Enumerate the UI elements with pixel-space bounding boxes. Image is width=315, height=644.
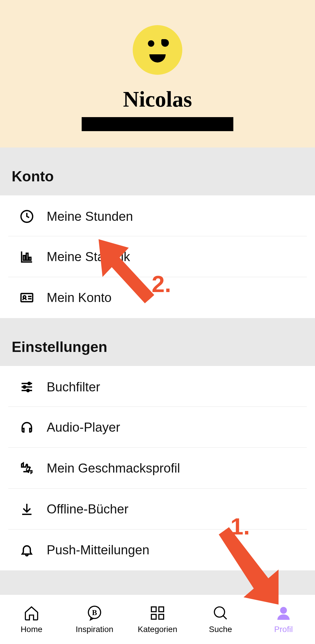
item-my-account[interactable]: Mein Konto xyxy=(8,277,307,318)
clock-icon xyxy=(20,209,38,223)
item-push-notifications[interactable]: Push-Mitteilungen xyxy=(8,530,307,570)
bottom-nav: Home B Inspiration Kategorien Suche Prof… xyxy=(0,594,315,644)
section-header-settings: Einstellungen xyxy=(0,318,315,366)
profile-header: Nicolas xyxy=(0,0,315,147)
redacted-bar xyxy=(82,117,233,131)
sliders-icon xyxy=(20,380,38,394)
item-audio-player[interactable]: Audio-Player xyxy=(8,407,307,448)
section-header-account: Konto xyxy=(0,147,315,195)
inspiration-icon: B xyxy=(86,605,103,622)
item-taste-profile[interactable]: Mein Geschmacksprofil xyxy=(8,448,307,489)
nav-home[interactable]: Home xyxy=(0,595,63,644)
item-label: Meine Statistik xyxy=(47,249,130,264)
grid-icon xyxy=(149,605,166,622)
nav-inspiration[interactable]: B Inspiration xyxy=(63,595,126,644)
nav-label: Inspiration xyxy=(76,625,113,634)
nav-label: Home xyxy=(21,625,43,634)
item-offline-books[interactable]: Offline-Bücher xyxy=(8,489,307,530)
profile-name: Nicolas xyxy=(123,86,192,112)
section-title-account: Konto xyxy=(12,168,303,185)
avatar xyxy=(133,25,182,75)
svg-rect-14 xyxy=(159,614,164,619)
item-book-filter[interactable]: Buchfilter xyxy=(8,366,307,407)
svg-point-8 xyxy=(27,389,29,392)
item-my-hours[interactable]: Meine Stunden xyxy=(8,195,307,236)
item-label: Push-Mitteilungen xyxy=(47,543,149,557)
item-label: Mein Geschmacksprofil xyxy=(47,461,180,475)
svg-rect-3 xyxy=(29,257,31,260)
nav-profile[interactable]: Profil xyxy=(252,595,315,644)
profile-icon xyxy=(275,605,292,622)
bell-icon xyxy=(20,543,38,557)
home-icon xyxy=(23,605,40,622)
svg-rect-13 xyxy=(151,614,156,619)
search-icon xyxy=(212,605,229,622)
headphones-icon xyxy=(20,420,38,434)
section-title-settings: Einstellungen xyxy=(12,339,303,355)
thumbs-icon xyxy=(20,461,38,475)
item-my-statistics[interactable]: Meine Statistik xyxy=(8,236,307,277)
id-card-icon xyxy=(20,291,38,305)
item-label: Buchfilter xyxy=(47,380,100,394)
svg-rect-2 xyxy=(26,253,28,260)
nav-label: Profil xyxy=(274,625,293,634)
item-label: Mein Konto xyxy=(47,290,112,305)
nav-categories[interactable]: Kategorien xyxy=(126,595,189,644)
item-label: Meine Stunden xyxy=(47,209,133,224)
svg-rect-11 xyxy=(151,607,156,612)
svg-point-7 xyxy=(23,386,26,388)
item-label: Offline-Bücher xyxy=(47,502,128,516)
nav-search[interactable]: Suche xyxy=(189,595,252,644)
account-list: Meine Stunden Meine Statistik Mein Konto xyxy=(0,195,315,318)
chart-icon xyxy=(20,250,38,264)
nav-label: Suche xyxy=(209,625,232,634)
svg-rect-12 xyxy=(159,607,164,612)
svg-point-16 xyxy=(280,607,287,614)
svg-text:B: B xyxy=(92,608,97,617)
svg-point-15 xyxy=(214,607,225,617)
settings-list: Buchfilter Audio-Player Mein Geschmacksp… xyxy=(0,366,315,570)
item-label: Audio-Player xyxy=(47,420,120,435)
svg-rect-1 xyxy=(23,256,25,260)
nav-label: Kategorien xyxy=(138,625,177,634)
download-icon xyxy=(20,502,38,516)
svg-point-6 xyxy=(28,382,30,385)
